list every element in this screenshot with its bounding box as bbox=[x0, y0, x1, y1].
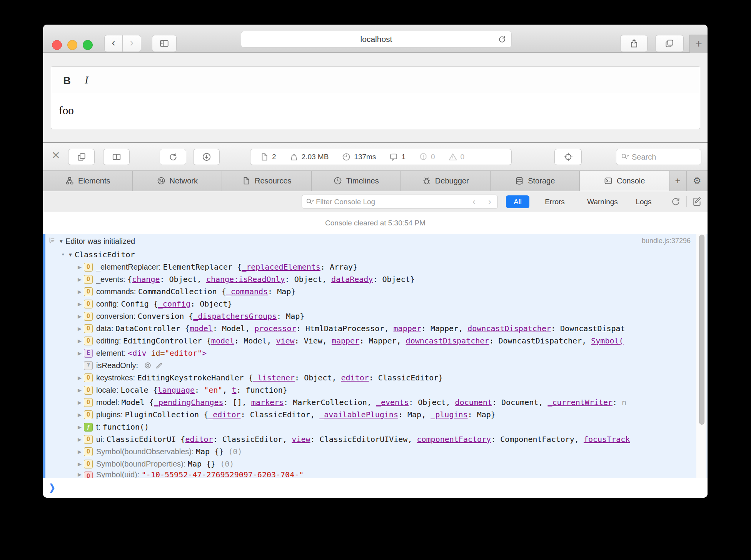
stat-weight[interactable]: 2.03 MB bbox=[289, 152, 329, 162]
expand-triangle-icon[interactable]: ▶ bbox=[75, 313, 84, 319]
close-inspector-button[interactable]: ✕ bbox=[52, 150, 60, 161]
type-badge-O: O bbox=[84, 324, 93, 333]
expand-triangle-icon[interactable]: ▶ bbox=[75, 424, 84, 430]
editor-toolbar: B I bbox=[51, 67, 700, 94]
tab-label: Debugger bbox=[435, 177, 469, 185]
pencil-icon[interactable] bbox=[155, 361, 164, 370]
expand-triangle-icon[interactable]: ▶ bbox=[75, 264, 84, 270]
scope-errors[interactable]: Errors bbox=[538, 195, 572, 208]
type-badge-O: O bbox=[84, 287, 93, 296]
tab-storage[interactable]: Storage bbox=[491, 171, 580, 191]
expand-triangle-icon[interactable]: ▶ bbox=[75, 400, 84, 405]
scrollbar-thumb[interactable] bbox=[699, 235, 704, 425]
collapse-triangle-icon[interactable]: ▼ bbox=[66, 252, 75, 258]
new-tab-button[interactable]: + bbox=[689, 35, 708, 53]
expand-triangle-icon[interactable]: ▶ bbox=[75, 289, 84, 295]
type-badge-O: O bbox=[84, 447, 93, 456]
stat-doc[interactable]: 2 bbox=[260, 152, 276, 162]
row-text: keystrokes: EditingKeystrokeHandler {_li… bbox=[96, 373, 443, 382]
tree-row[interactable]: ▶Omodel: Model {_pendingChanges: [], mar… bbox=[43, 396, 708, 408]
plus-icon: + bbox=[675, 175, 680, 186]
expand-triangle-icon[interactable]: ▶ bbox=[75, 350, 84, 356]
tab-resources[interactable]: Resources bbox=[222, 171, 312, 191]
scope-all[interactable]: All bbox=[506, 195, 529, 208]
tree-row[interactable]: ?isReadOnly: bbox=[43, 359, 708, 372]
reload-icon bbox=[168, 152, 178, 162]
tree-row[interactable]: ▶O_elementReplacer: ElementReplacer {_re… bbox=[43, 261, 708, 273]
expand-triangle-icon[interactable]: ▶ bbox=[75, 472, 84, 477]
resource-stats-bar[interactable]: 22.03 MB137ms100 bbox=[250, 149, 512, 165]
inspect-element-button[interactable] bbox=[554, 149, 582, 165]
stat-clock[interactable]: 137ms bbox=[342, 152, 376, 162]
tree-row[interactable]: ▶Okeystrokes: EditingKeystrokeHandler {_… bbox=[43, 372, 708, 384]
find-next-button[interactable]: › bbox=[482, 195, 497, 208]
tree-row[interactable]: ▶Oplugins: PluginCollection {_editor: Cl… bbox=[43, 408, 708, 421]
italic-button[interactable]: I bbox=[81, 73, 92, 87]
tree-row[interactable]: ▶Oconfig: Config {_config: Object} bbox=[43, 298, 708, 310]
dock-side-button[interactable] bbox=[103, 149, 130, 165]
find-previous-button[interactable]: ‹ bbox=[466, 195, 482, 208]
expand-triangle-icon[interactable]: ▶ bbox=[75, 461, 84, 467]
tree-row[interactable]: ▶Oconversion: Conversion {_dispatchersGr… bbox=[43, 310, 708, 322]
bold-button[interactable]: B bbox=[60, 73, 73, 88]
zoom-window-button[interactable] bbox=[83, 40, 93, 50]
forward-button[interactable]: › bbox=[123, 35, 141, 52]
tab-elements[interactable]: Elements bbox=[43, 171, 133, 191]
expand-triangle-icon[interactable]: ▶ bbox=[75, 412, 84, 418]
console-message[interactable]: ▼Editor was initialized bbox=[43, 234, 708, 248]
eye-icon[interactable] bbox=[144, 361, 152, 370]
share-button[interactable] bbox=[620, 35, 648, 52]
expand-triangle-icon[interactable]: ▶ bbox=[75, 449, 84, 455]
expand-triangle-icon[interactable]: ▶ bbox=[75, 437, 84, 442]
scope-warnings[interactable]: Warnings bbox=[581, 195, 624, 208]
add-tab-button[interactable]: + bbox=[669, 171, 687, 191]
tree-row[interactable]: ▶Olocale: Locale {language: "en", t: fun… bbox=[43, 384, 708, 396]
tree-row[interactable]: ▶OSymbol(uid): "-10-55952-47-2769529097-… bbox=[43, 470, 708, 478]
detach-inspector-button[interactable] bbox=[68, 149, 95, 165]
inspector-search-field[interactable]: Search bbox=[616, 149, 701, 165]
log-type-icon bbox=[47, 236, 57, 246]
tree-row[interactable]: ▶Ocommands: CommandCollection {_commands… bbox=[43, 285, 708, 298]
expand-triangle-icon[interactable]: ▶ bbox=[75, 387, 84, 393]
clear-console-icon[interactable] bbox=[670, 196, 681, 207]
collapse-triangle-icon[interactable]: ▼ bbox=[57, 238, 65, 244]
filter-console-input[interactable]: Filter Console Log ‹ › bbox=[302, 195, 498, 209]
stat-octagon[interactable]: 0 bbox=[419, 152, 435, 162]
inspector-settings-button[interactable]: ⚙ bbox=[687, 171, 708, 191]
tree-row[interactable]: ▶O_events: {change: Object, change:isRea… bbox=[43, 273, 708, 285]
reload-page-button[interactable] bbox=[160, 149, 186, 165]
expand-triangle-icon[interactable]: ▶ bbox=[75, 326, 84, 332]
tree-row[interactable]: ▶Odata: DataController {model: Model, pr… bbox=[43, 322, 708, 335]
back-button[interactable]: ‹ bbox=[104, 35, 123, 52]
tree-row[interactable]: •▼ClassicEditor bbox=[43, 248, 708, 261]
tree-row[interactable]: ▶Oediting: EditingController {model: Mod… bbox=[43, 335, 708, 347]
expand-triangle-icon[interactable]: ▶ bbox=[75, 277, 84, 282]
download-webarchive-button[interactable] bbox=[193, 149, 220, 165]
minimize-window-button[interactable] bbox=[67, 40, 77, 50]
scratchpad-icon[interactable] bbox=[692, 196, 703, 207]
sidebar-button[interactable] bbox=[152, 35, 177, 52]
address-bar[interactable]: localhost bbox=[241, 31, 512, 48]
tab-debugger[interactable]: Debugger bbox=[401, 171, 491, 191]
expand-triangle-icon[interactable]: ▶ bbox=[75, 338, 84, 344]
tree-row[interactable]: ▶ft: function() bbox=[43, 421, 708, 433]
stat-wtriangle[interactable]: 0 bbox=[448, 152, 465, 162]
expand-triangle-icon[interactable]: ▶ bbox=[75, 301, 84, 307]
console-prompt[interactable]: ❯ bbox=[43, 478, 708, 498]
expand-triangle-icon[interactable]: ▶ bbox=[75, 375, 84, 381]
tree-row[interactable]: ▶Eelement: <div id="editor"> bbox=[43, 347, 708, 359]
scope-logs[interactable]: Logs bbox=[631, 195, 656, 208]
console-log-area[interactable]: ▼Editor was initialized•▼ClassicEditor▶O… bbox=[43, 234, 708, 478]
show-tabs-button[interactable] bbox=[655, 35, 684, 52]
tree-row[interactable]: ▶Oui: ClassicEditorUI {editor: ClassicEd… bbox=[43, 433, 708, 445]
tab-timelines[interactable]: Timelines bbox=[312, 171, 401, 191]
tab-console[interactable]: Console bbox=[580, 171, 669, 191]
source-location-link[interactable]: bundle.js:37296 bbox=[642, 237, 691, 245]
tab-network[interactable]: Network bbox=[133, 171, 222, 191]
tree-row[interactable]: ▶OSymbol(boundProperties): Map {} (0) bbox=[43, 458, 708, 470]
reload-icon[interactable] bbox=[497, 35, 507, 44]
tree-row[interactable]: ▶OSymbol(boundObservables): Map {} (0) bbox=[43, 445, 708, 458]
close-window-button[interactable] bbox=[52, 40, 62, 50]
stat-bubble[interactable]: 1 bbox=[389, 152, 406, 162]
editor-content[interactable]: foo bbox=[51, 94, 700, 127]
